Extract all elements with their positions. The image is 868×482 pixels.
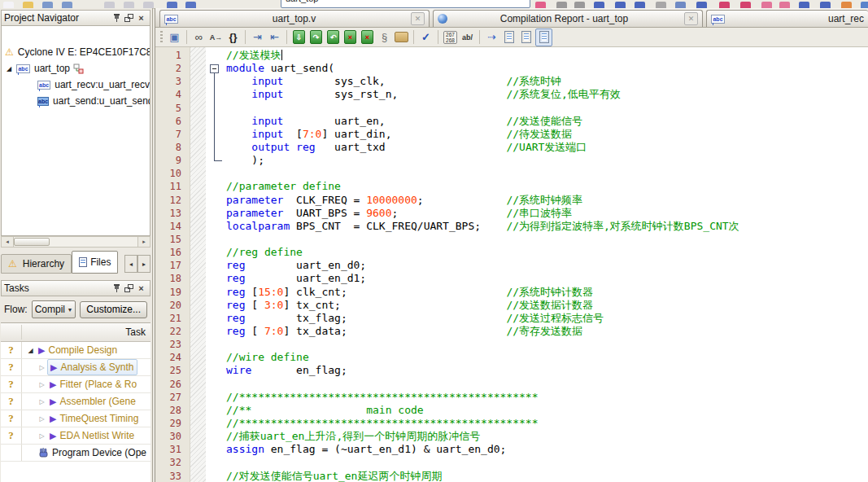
task-row[interactable]: ?▷▶Analysis & Synth (1, 359, 150, 376)
scroll-left-icon[interactable]: ◂ (2, 237, 14, 247)
comment-icon[interactable]: ab/ (460, 29, 475, 46)
expander-icon[interactable]: ◢ (7, 65, 16, 72)
insert-file-icon[interactable]: ↷ (308, 29, 324, 46)
device-item[interactable]: ⚠ Cyclone IV E: EP4CE10F17C8 (2, 44, 150, 60)
task-expander-icon[interactable]: ◢ (25, 347, 36, 354)
navigator-horizontal-scrollbar[interactable]: ◂ ▸ (1, 236, 150, 248)
flow-combobox[interactable]: Compilatio ▼ (32, 300, 76, 318)
replace-icon[interactable]: A→ (208, 29, 224, 46)
code-line (226, 456, 868, 469)
tab-uart-recv[interactable]: abc uart_rec (706, 10, 868, 27)
tree-item-uart-send[interactable]: abc uart_send:u_uart_send (2, 93, 150, 109)
task-label: Assembler (Gene (59, 396, 135, 407)
code-line: //** main code (226, 404, 868, 417)
save-current-editor-icon[interactable]: ▣ (167, 29, 182, 46)
task-status: ? (1, 393, 22, 410)
document-tabbar: abc uart_top.v ✕ Compilation Report - ua… (155, 8, 868, 28)
line-number: 16 (155, 246, 181, 259)
close-tab-icon[interactable]: ✕ (411, 12, 425, 25)
fold-scope-end (214, 160, 222, 161)
task-label: TimeQuest Timing (59, 413, 138, 424)
task-row[interactable]: ?◢▶Compile Design (1, 342, 150, 359)
match-braces-icon[interactable]: {} (225, 29, 241, 46)
code-line: module uart_send( (226, 62, 868, 75)
find-icon[interactable]: ∞ (191, 29, 207, 46)
line-number: 6 (155, 115, 181, 128)
attach-icon[interactable]: § (377, 29, 392, 46)
line-number: 25 (155, 364, 181, 377)
fold-collapse-icon[interactable] (210, 64, 219, 73)
line-number: 28 (155, 404, 181, 417)
run-task-icon: ▶ (50, 414, 56, 424)
scroll-right-icon[interactable]: ▸ (137, 237, 150, 247)
line-count-indicator[interactable]: 267268 (443, 29, 458, 46)
task-expander-icon[interactable]: ▷ (37, 364, 47, 371)
tab-hierarchy[interactable]: ⚠ Hierarchy (1, 254, 72, 274)
tab-compilation-report[interactable]: Compilation Report - uart_top ✕ (433, 10, 703, 27)
flow-row: Flow: Compilatio ▼ Customize... (1, 296, 150, 322)
task-expander-icon[interactable]: ▷ (37, 432, 47, 440)
split-view-icon[interactable] (518, 29, 534, 46)
run-task-icon: ▶ (38, 345, 45, 356)
entity-combobox[interactable]: uart_top (281, 0, 530, 8)
insert-template-icon[interactable]: ⇩ (291, 29, 307, 46)
tabs-scroll-left-icon[interactable]: ◂ (124, 255, 137, 273)
task-expander-icon[interactable]: ▷ (37, 398, 47, 405)
code-editor[interactable]: 1234567891011121314151617181920212223242… (155, 47, 868, 482)
warning-icon: ⚠ (8, 258, 17, 269)
syntax-check-icon[interactable]: ✓ (418, 29, 434, 46)
goto-line-icon[interactable]: ⇢ (484, 29, 499, 46)
close-icon[interactable]: × (135, 283, 147, 294)
task-expander-icon[interactable]: ▷ (37, 381, 47, 388)
revert-file-icon[interactable]: ↶ (325, 29, 341, 46)
tree-item-uart-top[interactable]: ◢ abc uart_top (2, 60, 150, 77)
toolbar-grip (160, 31, 163, 44)
line-number: 2 (155, 62, 181, 75)
tree-item-uart-recv[interactable]: abc uart_recv:u_uart_recv (2, 77, 150, 93)
code-line (226, 338, 868, 351)
task-row[interactable]: ?▷▶Fitter (Place & Ro (1, 376, 150, 393)
toolbar-separator (286, 30, 287, 44)
view-mode-icon[interactable] (501, 29, 517, 46)
close-icon[interactable]: × (135, 12, 147, 24)
task-row[interactable]: ?▷▶EDA Netlist Write (1, 427, 150, 445)
line-number: 15 (155, 233, 181, 246)
tab-uart-top-v[interactable]: abc uart_top.v ✕ (159, 10, 430, 27)
navigator-tabs: ⚠ Hierarchy Files ◂ ▸ (1, 248, 150, 274)
line-number: 8 (155, 141, 181, 154)
pin-icon[interactable] (111, 12, 123, 24)
code-line: //发送模块 (226, 49, 868, 62)
remove-file-icon[interactable]: × (342, 29, 358, 46)
tabs-scroll-right-icon[interactable]: ▸ (137, 255, 150, 273)
float-icon[interactable] (123, 283, 135, 294)
float-icon[interactable] (123, 12, 135, 24)
task-row[interactable]: Program Device (Ope (1, 445, 150, 462)
line-number: 33 (155, 470, 181, 482)
line-number: 19 (155, 286, 181, 299)
customize-button[interactable]: Customize... (80, 301, 147, 318)
code-line: assign en_flag = (~uart_en_d1) & uart_en… (226, 443, 868, 456)
code-line (226, 167, 868, 180)
hierarchy-tree: ⚠ Cyclone IV E: EP4CE10F17C8 ◢ abc uart_… (1, 26, 150, 236)
line-number: 7 (155, 128, 181, 141)
close-tab-icon[interactable]: ✕ (684, 12, 698, 25)
line-number: 32 (155, 456, 181, 469)
code-line: reg uart_en_d1; (226, 272, 868, 285)
scrollbar-thumb[interactable] (14, 238, 50, 246)
indent-icon[interactable]: ⇥ (250, 29, 265, 46)
pin-icon[interactable] (111, 283, 123, 294)
tab-files[interactable]: Files (72, 251, 118, 274)
remove-all-files-icon[interactable]: × (360, 29, 375, 46)
task-expander-icon[interactable]: ▷ (37, 415, 47, 423)
tasks-titlebar: Tasks × (1, 280, 150, 296)
full-view-icon[interactable] (535, 28, 552, 46)
unindent-icon[interactable]: ⇤ (267, 29, 282, 46)
entity-combobox-value: uart_top (286, 0, 318, 3)
task-row[interactable]: ?▷▶TimeQuest Timing (1, 410, 150, 427)
task-label: EDA Netlist Write (59, 430, 134, 441)
line-number: 4 (155, 88, 181, 101)
task-row[interactable]: ?▷▶Assembler (Gene (1, 393, 150, 410)
macro-scroll-icon[interactable] (394, 29, 409, 46)
line-number: 31 (155, 443, 181, 456)
toolbar-separator (438, 30, 438, 44)
